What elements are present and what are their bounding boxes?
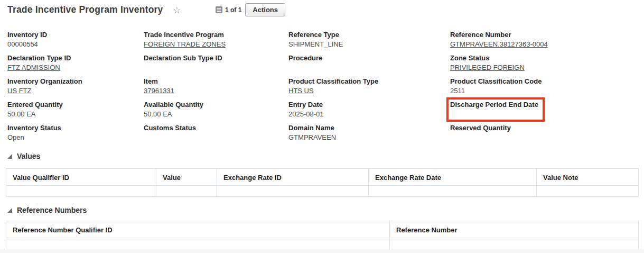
column-header-value[interactable]: Value — [156, 169, 217, 186]
field-label: Declaration Sub Type ID — [144, 54, 288, 62]
values-section-title: Values — [17, 152, 40, 160]
record-navigation: 1 of 1 Actions — [216, 3, 285, 16]
column-header-reference-number-qualifier-id[interactable]: Reference Number Qualifier ID — [6, 221, 390, 238]
field-inventory-organization: Inventory Organization US FTZ — [7, 77, 144, 101]
values-section-header: Values — [0, 151, 644, 161]
field-value: 2025-08-01 — [288, 110, 450, 119]
field-label: Inventory Organization — [7, 77, 144, 85]
zone-status-link[interactable]: PRIVILEGED FOREIGN — [450, 64, 639, 72]
field-label: Product Classification Code — [450, 77, 639, 85]
field-zone-status: Zone Status PRIVILEGED FOREIGN — [450, 54, 639, 77]
product-classification-type-link[interactable]: HTS US — [288, 87, 450, 95]
field-value — [450, 110, 639, 119]
field-declaration-type-id: Declaration Type ID FTZ ADMISSION — [7, 54, 144, 77]
field-reference-type: Reference Type SHIPMENT_LINE — [288, 31, 450, 54]
values-table: Value Qualifier ID Value Exchange Rate I… — [6, 168, 639, 197]
field-entered-quantity: Entered Quantity 50.00 EA — [7, 101, 144, 124]
field-entry-date: Entry Date 2025-08-01 — [288, 101, 450, 124]
values-table-empty-row[interactable] — [6, 186, 639, 197]
field-product-classification-type: Product Classification Type HTS US — [288, 77, 450, 101]
table-cell — [369, 186, 537, 197]
reference-numbers-section-header: Reference Numbers — [0, 205, 644, 215]
page-header: Trade Incentive Program Inventory ☆ 1 of… — [0, 0, 644, 17]
column-header-value-note[interactable]: Value Note — [537, 169, 639, 186]
field-label: Reference Number — [450, 31, 639, 39]
field-value — [144, 64, 288, 72]
field-label: Customs Status — [144, 124, 288, 132]
field-trade-incentive-program: Trade Incentive Program FOREIGN TRADE ZO… — [144, 31, 288, 54]
column-header-exchange-rate-date[interactable]: Exchange Rate Date — [369, 169, 537, 186]
field-label: Trade Incentive Program — [144, 31, 288, 39]
reference-number-link[interactable]: GTMPRAVEEN.38127363-0004 — [450, 40, 639, 49]
field-label: Inventory ID — [7, 31, 144, 39]
field-label: Product Classification Type — [288, 77, 450, 85]
collapse-triangle-icon[interactable] — [7, 208, 12, 213]
table-cell — [6, 238, 390, 249]
column-header-exchange-rate-id[interactable]: Exchange Rate ID — [217, 169, 369, 186]
field-label: Inventory Status — [7, 124, 144, 132]
item-link[interactable]: 37961331 — [144, 87, 288, 95]
field-label: Available Quantity — [144, 101, 288, 109]
field-label: Procedure — [288, 54, 450, 62]
field-discharge-period-end-date: Discharge Period End Date — [450, 101, 639, 124]
field-value: 50.00 EA — [144, 110, 288, 119]
detail-fields-grid: Inventory ID 00000554 Trade Incentive Pr… — [0, 31, 644, 147]
field-inventory-id: Inventory ID 00000554 — [7, 31, 144, 54]
field-label: Reserved Quantity — [450, 124, 639, 132]
table-cell — [6, 186, 156, 197]
trade-incentive-program-link[interactable]: FOREIGN TRADE ZONES — [144, 40, 288, 49]
field-value: Open — [7, 133, 144, 142]
collapse-triangle-icon[interactable] — [7, 154, 12, 159]
field-reference-number: Reference Number GTMPRAVEEN.38127363-000… — [450, 31, 639, 54]
field-label: Entered Quantity — [7, 101, 144, 109]
field-product-classification-code: Product Classification Code 2511 — [450, 77, 639, 101]
table-cell — [390, 238, 639, 249]
table-cell — [217, 186, 369, 197]
column-header-reference-number[interactable]: Reference Number — [390, 221, 639, 238]
page-title: Trade Incentive Program Inventory — [7, 4, 163, 15]
field-label: Item — [144, 77, 288, 85]
field-label: Zone Status — [450, 54, 639, 62]
field-value: 2511 — [450, 87, 639, 95]
field-label: Discharge Period End Date — [450, 101, 639, 109]
column-header-value-qualifier-id[interactable]: Value Qualifier ID — [6, 169, 156, 186]
field-value: GTMPRAVEEN — [288, 133, 450, 142]
table-cell — [156, 186, 217, 197]
reference-numbers-table: Reference Number Qualifier ID Reference … — [6, 221, 639, 249]
inventory-organization-link[interactable]: US FTZ — [7, 87, 144, 95]
field-item: Item 37961331 — [144, 77, 288, 101]
field-value: 50.00 EA — [7, 110, 144, 119]
field-available-quantity: Available Quantity 50.00 EA — [144, 101, 288, 124]
field-value — [144, 133, 288, 142]
record-count: 1 of 1 — [225, 6, 241, 14]
values-table-header-row: Value Qualifier ID Value Exchange Rate I… — [6, 169, 639, 186]
field-value: SHIPMENT_LINE — [288, 40, 450, 49]
reference-numbers-section-title: Reference Numbers — [17, 206, 87, 214]
reference-numbers-header-row: Reference Number Qualifier ID Reference … — [6, 221, 639, 238]
page-footer-strip — [0, 249, 644, 253]
field-procedure: Procedure — [288, 54, 450, 77]
favorite-star-icon[interactable]: ☆ — [173, 5, 181, 16]
field-label: Domain Name — [288, 124, 450, 132]
reference-numbers-empty-row[interactable] — [6, 238, 639, 249]
field-domain-name: Domain Name GTMPRAVEEN — [288, 124, 450, 147]
field-customs-status: Customs Status — [144, 124, 288, 147]
field-inventory-status: Inventory Status Open — [7, 124, 144, 147]
field-label: Entry Date — [288, 101, 450, 109]
field-value: 00000554 — [7, 40, 144, 49]
field-declaration-sub-type-id: Declaration Sub Type ID — [144, 54, 288, 77]
field-label: Reference Type — [288, 31, 450, 39]
actions-button[interactable]: Actions — [245, 3, 285, 16]
field-reserved-quantity: Reserved Quantity — [450, 124, 639, 147]
record-list-icon[interactable] — [216, 6, 222, 13]
field-label: Declaration Type ID — [7, 54, 144, 62]
declaration-type-link[interactable]: FTZ ADMISSION — [7, 64, 144, 72]
field-value — [450, 133, 639, 142]
field-value — [288, 64, 450, 72]
table-cell — [537, 186, 639, 197]
